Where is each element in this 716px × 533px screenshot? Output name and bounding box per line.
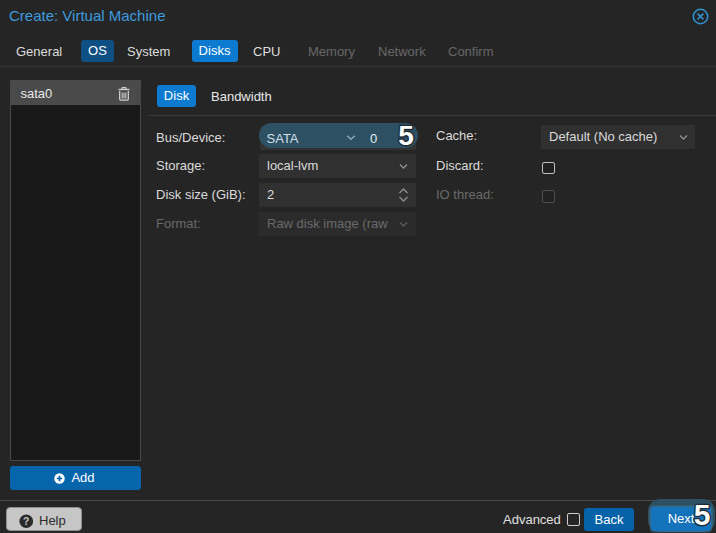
svg-text:5: 5 [694, 498, 711, 530]
svg-text:5: 5 [398, 120, 414, 150]
svg-text:?: ? [23, 516, 29, 527]
